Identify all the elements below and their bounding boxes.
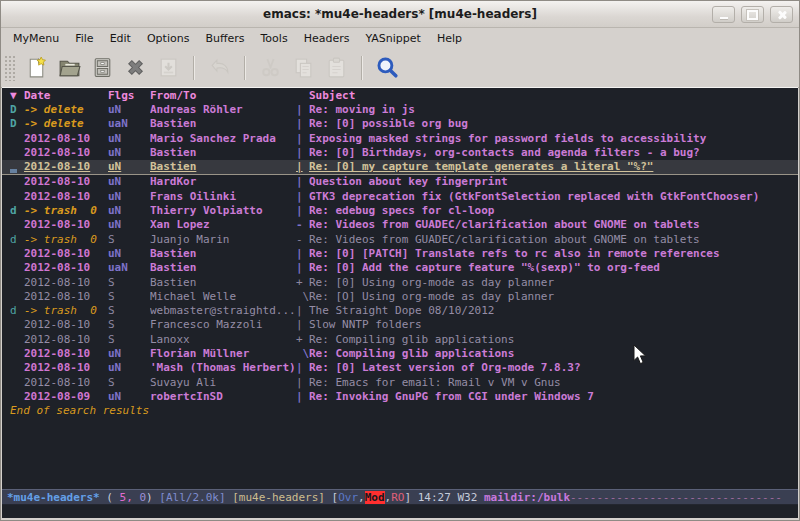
- thread-mark: [10, 390, 24, 404]
- date-cell: 2012-08-10: [24, 146, 108, 160]
- subject-cell: Re: edebug specs for cl-loop: [309, 204, 798, 218]
- menu-item-yasnippet[interactable]: YASnippet: [357, 30, 428, 47]
- column-header-subject[interactable]: Subject: [309, 88, 798, 103]
- menu-bar: MyMenuFileEditOptionsBuffersToolsHeaders…: [1, 28, 799, 48]
- message-row[interactable]: 2012-08-10uNFlorian Müllner \Re: Compili…: [2, 347, 798, 361]
- message-row[interactable]: 2012-08-10uN'Mash (Thomas Herbert)|Re: […: [2, 361, 798, 375]
- date-cell: 2012-08-10: [24, 376, 108, 390]
- toolbar-save-as-button: [153, 53, 184, 83]
- toolbar-new-file-button[interactable]: [21, 53, 52, 83]
- message-row[interactable]: 2012-08-10uNMario Sanchez Prada|Exposing…: [2, 132, 798, 146]
- date-cell: -> trash 0: [24, 233, 108, 247]
- message-row[interactable]: D-> deleteuaNBastien|Re: [0] possible or…: [2, 117, 798, 131]
- subject-cell: Re: [0] Latest version of Org-mode 7.8.3…: [309, 361, 798, 375]
- from-cell: Florian Müllner: [150, 347, 296, 361]
- modeline-segment-minor-ovr: Ovr: [338, 491, 358, 504]
- undo-icon: [207, 55, 232, 80]
- toolbar-close-button[interactable]: [120, 53, 151, 83]
- date-cell: 2012-08-10: [24, 218, 108, 232]
- message-row[interactable]: 2012-08-10SSuvayu Ali|Re: Emacs for emai…: [2, 376, 798, 390]
- column-header-from[interactable]: From/To: [150, 88, 296, 103]
- from-cell: robertcInSD: [150, 390, 296, 404]
- message-row[interactable]: 2012-08-10uNXan Lopez-Re: Videos from GU…: [2, 218, 798, 232]
- menu-item-options[interactable]: Options: [139, 30, 197, 47]
- subject-cell: Exposing masked strings for password fie…: [309, 132, 798, 146]
- flags-cell: S: [108, 233, 150, 247]
- subject-cell: Re: moving in js: [309, 103, 798, 117]
- subject-cell: Re: Videos from GUADEC/clarification abo…: [309, 233, 798, 247]
- subject-cell: Slow NNTP folders: [309, 318, 798, 332]
- subject-cell: Re: [O] Using org-mode as day planner: [309, 290, 798, 304]
- message-row[interactable]: d-> trash 0SJuanjo Marin-Re: Videos from…: [2, 233, 798, 247]
- flags-cell: uN: [108, 146, 150, 160]
- new-file-icon: [24, 55, 49, 80]
- message-row[interactable]: 2012-08-10SLanoxx+Re: Compiling glib app…: [2, 333, 798, 347]
- date-cell: 2012-08-10: [24, 318, 108, 332]
- thread-prefix: |: [296, 175, 309, 189]
- toolbar-separator: [193, 56, 195, 80]
- toolbar-open-folder-button[interactable]: [54, 53, 85, 83]
- message-row[interactable]: 2012-08-10SFrancesco Mazzoli|Slow NNTP f…: [2, 318, 798, 332]
- message-row[interactable]: d-> trash 0uNThierry Volpiatto|Re: edebu…: [2, 204, 798, 218]
- thread-mark: [10, 376, 24, 390]
- minimize-button[interactable]: [712, 6, 735, 23]
- message-row[interactable]: 2012-08-09uNrobertcInSD|Re: Invoking Gnu…: [2, 390, 798, 404]
- subject-cell: Re: [0] my capture template generates a …: [309, 160, 798, 174]
- from-cell: Mario Sanchez Prada: [150, 132, 296, 146]
- toolbar-drag-handle[interactable]: [4, 55, 16, 81]
- thread-prefix: \: [296, 290, 309, 304]
- message-row[interactable]: 2012-08-10uNFrans Oilinki|GTK3 deprecati…: [2, 190, 798, 204]
- from-cell: 'Mash (Thomas Herbert): [150, 361, 296, 375]
- message-row[interactable]: D-> deleteuNAndreas Röhler|Re: moving in…: [2, 103, 798, 117]
- modeline-segment-maildir: maildir:/bulk: [484, 491, 570, 504]
- subject-cell: Re: [0] Using org-mode as day planner: [309, 276, 798, 290]
- maximize-button[interactable]: [741, 6, 764, 23]
- message-row[interactable]: 2012-08-10uNBastien|Re: [0] my capture t…: [2, 160, 798, 175]
- message-row[interactable]: 2012-08-10uNBastien|Re: [0] Birthdays, o…: [2, 146, 798, 160]
- toolbar-search-button[interactable]: [372, 53, 403, 83]
- message-row[interactable]: 2012-08-10uNBastien|Re: [0] [PATCH] Tran…: [2, 247, 798, 261]
- menu-item-help[interactable]: Help: [429, 30, 470, 47]
- menu-item-headers[interactable]: Headers: [296, 30, 358, 47]
- modeline-segment-default: [: [325, 491, 338, 504]
- menu-item-edit[interactable]: Edit: [102, 30, 139, 47]
- menu-item-file[interactable]: File: [67, 30, 101, 47]
- date-cell: -> trash 0: [24, 204, 108, 218]
- flags-cell: S: [108, 304, 150, 318]
- subject-cell: Re: Compiling glib applications: [309, 333, 798, 347]
- modeline-segment-default: ]: [404, 491, 417, 504]
- modeline-segment-default: ): [146, 491, 159, 504]
- from-cell: Thierry Volpiatto: [150, 204, 296, 218]
- paste-icon: [324, 55, 349, 80]
- toolbar: [1, 48, 799, 88]
- thread-prefix: -: [296, 233, 309, 247]
- from-cell: Andreas Röhler: [150, 103, 296, 117]
- modeline-segment-default: (: [100, 491, 120, 504]
- menu-item-mymenu[interactable]: MyMenu: [5, 30, 67, 47]
- flags-cell: uN: [108, 347, 150, 361]
- column-header-date[interactable]: Date: [24, 88, 108, 103]
- thread-prefix: |: [296, 390, 309, 404]
- message-row[interactable]: d-> trash 0Swebmaster@straightd...|The S…: [2, 304, 798, 318]
- subject-cell: Re: [0] Add the capture feature "%(sexp)…: [309, 261, 798, 275]
- flags-cell: S: [108, 290, 150, 304]
- column-header-spacer: [296, 88, 309, 103]
- thread-mark: d: [10, 204, 24, 218]
- window-controls: [712, 6, 793, 23]
- toolbar-save-button[interactable]: [87, 53, 118, 83]
- column-header-flags[interactable]: Flgs: [108, 88, 150, 103]
- menu-item-tools[interactable]: Tools: [253, 30, 296, 47]
- menu-item-buffers[interactable]: Buffers: [197, 30, 252, 47]
- message-row[interactable]: 2012-08-10SMichael Welle \Re: [O] Using …: [2, 290, 798, 304]
- toolbar-separator: [361, 56, 363, 80]
- message-row[interactable]: 2012-08-10uNHardKor|Question about key f…: [2, 175, 798, 189]
- thread-prefix: |: [296, 190, 309, 204]
- message-row[interactable]: 2012-08-10SBastien+Re: [0] Using org-mod…: [2, 276, 798, 290]
- header-line: ▼DateFlgsFrom/ToSubject: [2, 88, 798, 103]
- thread-prefix: |: [296, 103, 309, 117]
- thread-mark: [10, 218, 24, 232]
- close-button[interactable]: [770, 6, 793, 23]
- subject-cell: Re: Emacs for email: Rmail v VM v Gnus: [309, 376, 798, 390]
- date-cell: 2012-08-10: [24, 347, 108, 361]
- message-row[interactable]: 2012-08-10uaNBastien|Re: [0] Add the cap…: [2, 261, 798, 275]
